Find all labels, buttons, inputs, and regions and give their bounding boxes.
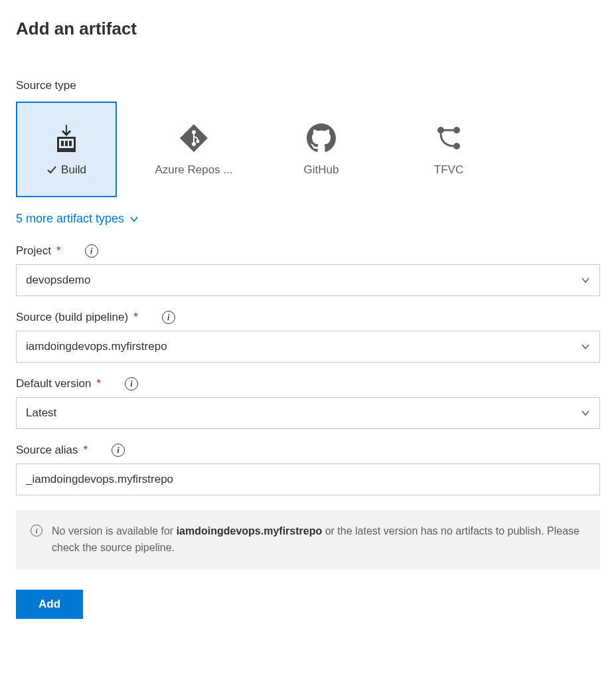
source-type-tiles: Build Azure Repos ... [16,102,600,197]
banner-text: No version is available for iamdoingdevo… [52,523,585,556]
chevron-down-icon [129,214,139,224]
source-tile-label: GitHub [304,163,339,177]
source-alias-label: Source alias* i [16,444,600,457]
svg-rect-1 [61,141,64,146]
source-tile-label: Azure Repos ... [155,163,232,177]
chevron-down-icon [581,276,590,285]
svg-point-9 [453,143,460,149]
svg-rect-2 [65,141,68,146]
source-tile-tfvc[interactable]: TFVC [398,102,499,197]
svg-point-7 [437,127,444,133]
source-tile-azure-repos[interactable]: Azure Repos ... [143,102,244,197]
source-type-label: Source type [16,79,600,92]
info-icon[interactable]: i [125,377,138,390]
build-icon [50,122,82,154]
check-icon [46,165,57,175]
default-version-dropdown[interactable]: Latest [16,397,600,429]
source-tile-label: Build [61,163,86,177]
svg-point-8 [453,127,460,133]
info-icon[interactable]: i [162,311,175,324]
info-icon[interactable]: i [112,444,125,457]
source-label: Source (build pipeline)* i [16,311,600,324]
source-tile-github[interactable]: GitHub [271,102,372,197]
add-button[interactable]: Add [16,590,83,619]
source-tile-build[interactable]: Build [16,102,117,197]
source-tile-label: TFVC [434,163,463,177]
azure-repos-icon [178,122,210,154]
chevron-down-icon [581,342,590,351]
default-version-label: Default version* i [16,377,600,390]
svg-rect-0 [57,150,76,152]
info-banner: i No version is available for iamdoingde… [16,510,600,570]
project-label: Project* i [16,244,600,258]
more-artifact-types-link[interactable]: 5 more artifact types [16,212,139,226]
svg-point-6 [196,140,200,143]
tfvc-icon [433,122,465,154]
project-dropdown[interactable]: devopsdemo [16,264,600,296]
source-alias-input[interactable] [16,464,600,495]
page-title: Add an artifact [16,19,600,39]
svg-rect-3 [69,141,72,146]
github-icon [305,122,337,154]
info-icon: i [31,525,42,537]
info-icon[interactable]: i [85,244,98,258]
source-dropdown[interactable]: iamdoingdevops.myfirstrepo [16,331,600,363]
chevron-down-icon [581,408,590,418]
